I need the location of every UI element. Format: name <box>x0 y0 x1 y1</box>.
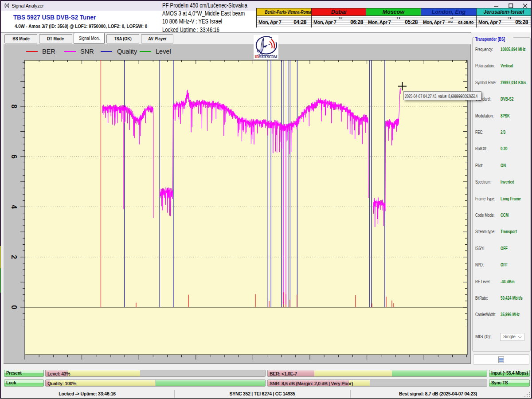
svg-text:Quality: Quality <box>117 48 137 55</box>
svg-text:DXSATCS.COM: DXSATCS.COM <box>255 55 278 59</box>
svg-text:6: 6 <box>10 155 18 159</box>
svg-text:BER: BER <box>42 48 55 55</box>
svg-text:0: 0 <box>10 305 18 309</box>
svg-text:2: 2 <box>10 255 18 259</box>
svg-text:4: 4 <box>10 205 18 209</box>
svg-text:Level: Level <box>156 48 171 55</box>
svg-text:8: 8 <box>10 104 18 108</box>
svg-text:SNR: SNR <box>80 48 94 55</box>
